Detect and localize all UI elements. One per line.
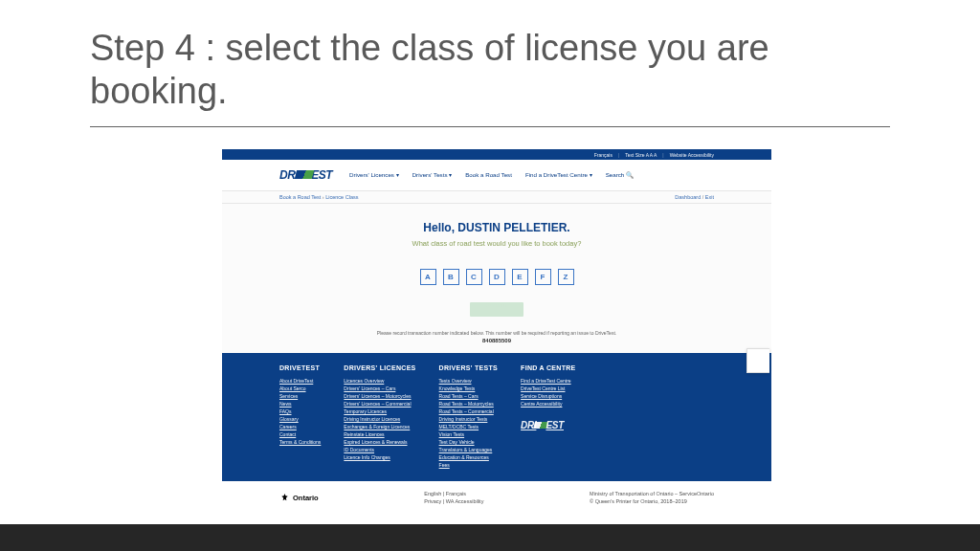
footer-link[interactable]: Education & Resources <box>439 454 499 460</box>
footer-link[interactable]: MELT/DCBC Tests <box>439 424 499 430</box>
footer-link[interactable]: Temporary Licences <box>344 408 415 414</box>
sub-footer: Ontario English | Français Privacy | WA … <box>222 481 771 521</box>
drivetest-logo[interactable]: DRI EST <box>279 168 332 182</box>
separator: | <box>618 152 619 158</box>
class-f-button[interactable]: F <box>535 269 551 285</box>
nav-search[interactable]: Search 🔍 <box>606 171 634 179</box>
prompt-text: What class of road test would you like t… <box>279 239 714 248</box>
footer-link[interactable]: Reinstate Licences <box>344 431 415 437</box>
footer-col-licences: DRIVERS' LICENCES Licences Overview Driv… <box>344 364 415 468</box>
privacy-links[interactable]: Privacy | WA Accessibility <box>424 498 483 504</box>
footer-link[interactable]: Glossary <box>279 416 321 422</box>
footer-link[interactable]: Driving Instructor Licences <box>344 416 415 422</box>
header: DRI EST Drivers' Licences ▾ Drivers' Tes… <box>222 160 771 190</box>
nav-book[interactable]: Book a Road Test <box>465 171 512 179</box>
footer-link[interactable]: Licence Info Changes <box>344 454 415 460</box>
footer-link[interactable]: Drivers' Licences – Motorcycles <box>344 393 415 399</box>
footer-link[interactable]: Service Disruptions <box>521 393 562 399</box>
recaptcha-badge[interactable] <box>746 348 769 373</box>
footer-link[interactable]: Licences Overview <box>344 378 415 384</box>
separator: | <box>662 152 663 158</box>
footer-link[interactable]: Tests Overview <box>439 378 499 384</box>
footer-link[interactable]: Careers <box>279 424 321 430</box>
footer-link[interactable]: Exchanges & Foreign Licences <box>344 424 415 430</box>
footer-link[interactable]: Road Tests – Motorcycles <box>439 401 499 407</box>
copyright-text: © Queen's Printer for Ontario, 2018–2019 <box>590 498 714 504</box>
slide-footer-bar <box>0 524 980 551</box>
footer-link[interactable]: Vision Tests <box>439 431 499 437</box>
class-d-button[interactable]: D <box>489 269 505 285</box>
footer-col-drivetest: DRIVETEST About DriveTest About Serco Se… <box>279 364 321 468</box>
footer-link[interactable]: Road Tests – Commercial <box>439 408 499 414</box>
footer-link[interactable]: Translators & Languages <box>439 447 499 452</box>
footer: DRIVETEST About DriveTest About Serco Se… <box>222 353 771 481</box>
accessibility-link[interactable]: Website Accessibility <box>670 152 714 158</box>
footer-link[interactable]: FAQs <box>279 408 321 414</box>
class-selector: A B C D E F Z <box>279 269 714 285</box>
logo-stripe-icon <box>295 170 314 179</box>
slide-title: Step 4 : select the class of license you… <box>90 27 890 113</box>
footer-link[interactable]: Knowledge Tests <box>439 386 499 391</box>
main-nav: Drivers' Licences ▾ Drivers' Tests ▾ Boo… <box>349 171 634 179</box>
nav-licences[interactable]: Drivers' Licences ▾ <box>349 171 399 179</box>
footer-link[interactable]: Services <box>279 393 321 399</box>
footer-link[interactable]: Terms & Conditions <box>279 439 321 445</box>
class-a-button[interactable]: A <box>420 269 436 285</box>
crumb-book[interactable]: Book a Road Test <box>279 194 321 200</box>
continue-button[interactable]: Continue <box>470 302 523 317</box>
footer-link[interactable]: Test Day Vehicle <box>439 439 499 445</box>
footer-link[interactable]: Drivers' Licences – Cars <box>344 386 415 391</box>
footer-link[interactable]: Driving Instructor Tests <box>439 416 499 422</box>
footer-link[interactable]: Centre Accessibility <box>521 401 562 407</box>
crumb-class: Licence Class <box>321 194 358 200</box>
util-bar: Français | Text Size A A A | Website Acc… <box>222 149 771 160</box>
footer-heading: DRIVETEST <box>279 364 321 371</box>
footer-heading: DRIVERS' LICENCES <box>344 364 415 371</box>
greeting: Hello, DUSTIN PELLETIER. <box>279 221 714 234</box>
footer-logo: DRIEST <box>521 420 564 430</box>
footer-link[interactable]: Fees <box>439 462 499 468</box>
main-content: Hello, DUSTIN PELLETIER. What class of r… <box>222 204 771 353</box>
exit-link[interactable]: Exit <box>701 194 714 200</box>
lang-toggle[interactable]: Français <box>594 152 612 158</box>
nav-tests[interactable]: Drivers' Tests ▾ <box>412 171 453 179</box>
footer-link[interactable]: About DriveTest <box>279 378 321 384</box>
logo-text: EST <box>311 168 332 182</box>
title-rule <box>90 126 890 127</box>
footer-link[interactable]: Drivers' Licences – Commercial <box>344 401 415 407</box>
screenshot: Français | Text Size A A A | Website Acc… <box>222 149 771 511</box>
footer-link[interactable]: Contact <box>279 431 321 437</box>
transaction-note: Please record transaction number indicat… <box>279 330 714 336</box>
nav-find[interactable]: Find a DriveTest Centre ▾ <box>525 171 592 179</box>
footer-link[interactable]: ID Documents <box>344 447 415 452</box>
footer-col-tests: DRIVERS' TESTS Tests Overview Knowledge … <box>439 364 499 468</box>
footer-heading: FIND A CENTRE <box>521 364 575 371</box>
footer-col-centre: FIND A CENTRE Find a DriveTest Centre Dr… <box>521 364 575 468</box>
lang-links[interactable]: English | Français <box>424 491 483 496</box>
transaction-number: 840885509 <box>279 338 714 343</box>
breadcrumb: Book a Road TestLicence Class DashboardE… <box>222 190 771 204</box>
footer-link[interactable]: Expired Licences & Renewals <box>344 439 415 445</box>
footer-link[interactable]: About Serco <box>279 386 321 391</box>
class-b-button[interactable]: B <box>443 269 459 285</box>
class-e-button[interactable]: E <box>512 269 528 285</box>
text-size[interactable]: Text Size A A A <box>625 152 657 158</box>
footer-link[interactable]: News <box>279 401 321 407</box>
footer-link[interactable]: Find a DriveTest Centre <box>521 378 571 384</box>
footer-link[interactable]: Road Tests – Cars <box>439 393 499 399</box>
dashboard-link[interactable]: Dashboard <box>675 194 701 200</box>
ministry-text: Ministry of Transportation of Ontario – … <box>590 491 714 496</box>
trillium-icon <box>279 493 290 503</box>
class-c-button[interactable]: C <box>466 269 482 285</box>
footer-link[interactable]: DriveTest Centre List <box>521 386 565 391</box>
footer-heading: DRIVERS' TESTS <box>439 364 499 371</box>
ontario-logo[interactable]: Ontario <box>279 491 319 504</box>
class-z-button[interactable]: Z <box>558 269 574 285</box>
